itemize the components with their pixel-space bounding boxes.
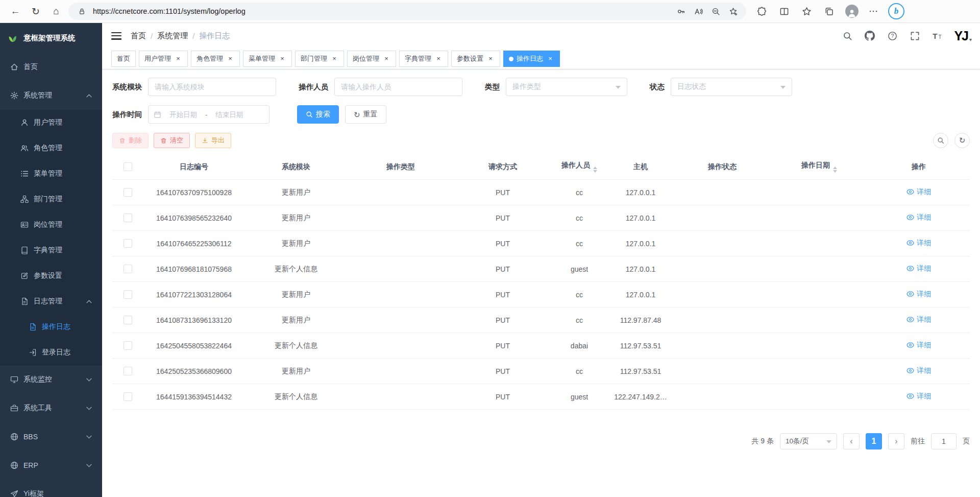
sidebar-item-erp[interactable]: ERP — [0, 451, 102, 480]
export-button[interactable]: 导出 — [195, 133, 231, 148]
module-input[interactable] — [148, 78, 276, 96]
prev-page-button[interactable]: ‹ — [843, 433, 860, 449]
address-bar[interactable]: https://ccnetcore.com:1101/system/log/op… — [68, 3, 746, 20]
favorites-icon[interactable] — [800, 5, 813, 17]
home-button[interactable]: ⌂ — [48, 3, 64, 19]
detail-link[interactable]: 详细 — [906, 213, 931, 222]
close-icon[interactable]: × — [226, 55, 234, 63]
detail-link[interactable]: 详细 — [906, 315, 931, 324]
sidebar-item-role-mgmt[interactable]: 角色管理 — [0, 135, 102, 161]
search-button[interactable]: 搜索 — [297, 105, 339, 124]
goto-page-input[interactable] — [931, 433, 957, 449]
read-aloud-icon[interactable] — [692, 5, 704, 17]
refresh-table-button[interactable]: ↻ — [954, 133, 970, 148]
col-operator[interactable]: 操作人员 — [551, 154, 607, 180]
zoom-icon[interactable] — [709, 5, 722, 17]
select-all-checkbox[interactable] — [124, 162, 132, 171]
sidebar-item-bbs[interactable]: BBS — [0, 422, 102, 451]
status-select[interactable]: 日志状态 — [671, 78, 792, 96]
sidebar-item-login-log[interactable]: 登录日志 — [0, 340, 102, 365]
tab-home[interactable]: 首页 — [111, 51, 136, 67]
detail-link[interactable]: 详细 — [906, 187, 931, 197]
row-checkbox[interactable] — [124, 367, 132, 375]
tab-dept-mgmt[interactable]: 部门管理× — [295, 51, 344, 67]
clear-button[interactable]: 清空 — [154, 133, 190, 148]
detail-link[interactable]: 详细 — [906, 290, 931, 299]
password-key-icon[interactable] — [675, 5, 687, 17]
detail-link[interactable]: 详细 — [906, 392, 931, 401]
row-checkbox[interactable] — [124, 316, 132, 324]
tab-user-mgmt[interactable]: 用户管理× — [139, 51, 188, 67]
breadcrumb-system-mgmt[interactable]: 系统管理 — [157, 31, 188, 41]
detail-link[interactable]: 详细 — [906, 264, 931, 273]
url-text[interactable]: https://ccnetcore.com:1101/system/log/op… — [93, 7, 670, 15]
sidebar-item-home[interactable]: 首页 — [0, 53, 102, 81]
page-size-select[interactable]: 10条/页 — [780, 433, 837, 449]
row-checkbox[interactable] — [124, 214, 132, 222]
browser-menu-icon[interactable]: ⋯ — [869, 6, 878, 17]
sidebar-item-system-mgmt[interactable]: 系统管理 — [0, 81, 102, 110]
sidebar-item-param-settings[interactable]: 参数设置 — [0, 263, 102, 289]
end-date-input[interactable] — [209, 110, 249, 119]
sidebar-item-menu-mgmt[interactable]: 菜单管理 — [0, 161, 102, 186]
close-icon[interactable]: × — [486, 55, 495, 63]
search-icon[interactable] — [842, 30, 853, 41]
close-icon[interactable]: × — [174, 55, 182, 63]
tab-post-mgmt[interactable]: 岗位管理× — [347, 51, 396, 67]
add-favorite-icon[interactable] — [727, 5, 739, 17]
refresh-button[interactable]: ↻ — [28, 3, 44, 19]
type-select[interactable]: 操作类型 — [506, 78, 627, 96]
github-icon[interactable] — [864, 30, 875, 41]
collections-icon[interactable] — [823, 5, 835, 17]
date-range-picker[interactable]: - — [148, 105, 270, 124]
sidebar-item-system-tools[interactable]: 系统工具 — [0, 394, 102, 422]
sidebar-item-oper-log[interactable]: 操作日志 — [0, 314, 102, 340]
breadcrumb-home[interactable]: 首页 — [131, 31, 146, 41]
sidebar-item-post-mgmt[interactable]: 岗位管理 — [0, 212, 102, 238]
col-date[interactable]: 操作日期 — [771, 154, 868, 180]
tab-param-settings[interactable]: 参数设置× — [451, 51, 500, 67]
detail-link[interactable]: 详细 — [906, 341, 931, 350]
next-page-button[interactable]: › — [888, 433, 904, 449]
toggle-search-button[interactable] — [933, 133, 948, 148]
extensions-icon[interactable] — [755, 5, 768, 17]
sidebar-toggle[interactable] — [111, 32, 121, 40]
operator-input[interactable] — [334, 78, 462, 96]
start-date-input[interactable] — [163, 110, 203, 119]
help-icon[interactable]: ? — [887, 30, 898, 41]
sort-icon[interactable] — [593, 167, 597, 173]
detail-link[interactable]: 详细 — [906, 366, 931, 375]
delete-button[interactable]: 删除 — [112, 133, 149, 148]
back-button[interactable]: ← — [7, 3, 23, 19]
user-logo[interactable]: YJ▾ — [954, 30, 971, 42]
split-screen-icon[interactable] — [778, 5, 790, 17]
close-icon[interactable]: × — [382, 55, 390, 63]
fullscreen-icon[interactable] — [909, 30, 920, 41]
close-icon[interactable]: × — [278, 55, 286, 63]
page-number-1[interactable]: 1 — [866, 433, 882, 449]
row-checkbox[interactable] — [124, 265, 132, 273]
sort-icon[interactable] — [833, 167, 837, 173]
tab-menu-mgmt[interactable]: 菜单管理× — [243, 51, 292, 67]
tab-dict-mgmt[interactable]: 字典管理× — [399, 51, 448, 67]
close-icon[interactable]: × — [330, 55, 338, 63]
sidebar-item-system-monitor[interactable]: 系统监控 — [0, 365, 102, 394]
profile-avatar[interactable] — [845, 5, 859, 18]
row-checkbox[interactable] — [124, 239, 132, 248]
font-size-icon[interactable]: TT — [932, 30, 943, 41]
sidebar-item-user-mgmt[interactable]: 用户管理 — [0, 110, 102, 135]
row-checkbox[interactable] — [124, 290, 132, 299]
close-icon[interactable]: × — [434, 55, 443, 63]
sidebar-item-log-mgmt[interactable]: 日志管理 — [0, 289, 102, 314]
row-checkbox[interactable] — [124, 341, 132, 350]
sidebar-item-dept-mgmt[interactable]: 部门管理 — [0, 186, 102, 212]
row-checkbox[interactable] — [124, 188, 132, 197]
tab-oper-log[interactable]: 操作日志× — [503, 51, 560, 67]
detail-link[interactable]: 详细 — [906, 239, 931, 248]
copilot-icon[interactable]: b — [888, 3, 904, 19]
tab-role-mgmt[interactable]: 角色管理× — [191, 51, 240, 67]
sidebar-item-yi-framework[interactable]: Yi框架 — [0, 480, 102, 497]
reset-button[interactable]: ↻ 重置 — [345, 105, 386, 124]
row-checkbox[interactable] — [124, 392, 132, 401]
sidebar-item-dict-mgmt[interactable]: 字典管理 — [0, 238, 102, 263]
